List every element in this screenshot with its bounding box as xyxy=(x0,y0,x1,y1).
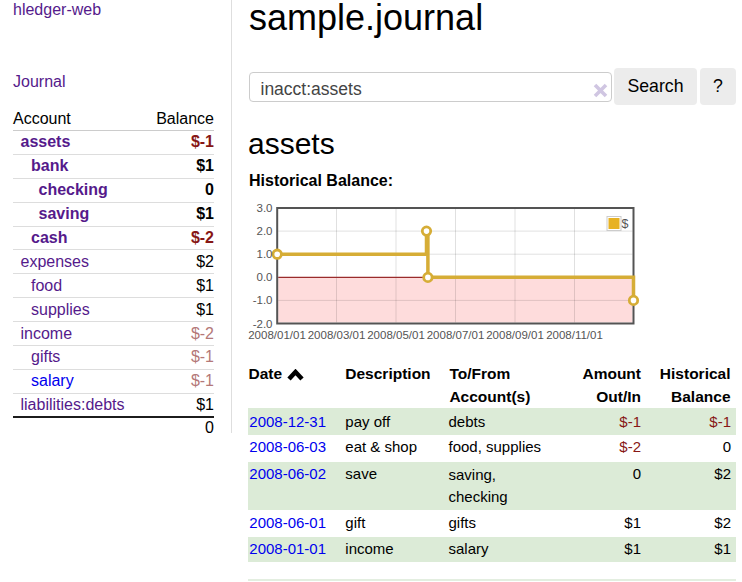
svg-text:3.0: 3.0 xyxy=(257,202,273,214)
svg-text:-2.0: -2.0 xyxy=(253,318,273,330)
svg-text:2008/03/01: 2008/03/01 xyxy=(308,329,366,341)
svg-text:-1.0: -1.0 xyxy=(253,294,273,306)
svg-text:1.0: 1.0 xyxy=(257,248,273,260)
svg-text:2008/11/01: 2008/11/01 xyxy=(546,329,603,341)
svg-text:2008/07/01: 2008/07/01 xyxy=(427,329,485,341)
svg-text:0.0: 0.0 xyxy=(257,271,273,283)
svg-text:2008/09/01: 2008/09/01 xyxy=(486,329,544,341)
svg-text:2008/05/01: 2008/05/01 xyxy=(367,329,425,341)
svg-text:2.0: 2.0 xyxy=(257,225,273,237)
svg-text:$: $ xyxy=(622,217,629,231)
svg-text:2008/01/01: 2008/01/01 xyxy=(248,329,306,341)
